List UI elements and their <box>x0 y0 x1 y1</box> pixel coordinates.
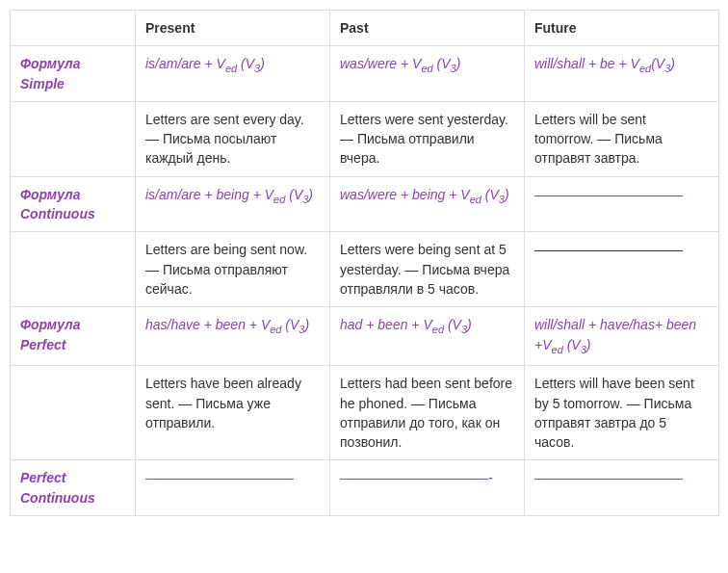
header-empty <box>11 11 136 46</box>
rowlabel-perfect-ex <box>11 366 136 460</box>
row-simple-example: Letters are sent every day. — Письма пос… <box>11 101 719 176</box>
example-continuous-present: Letters are being sent now. — Письма отп… <box>136 232 330 307</box>
rowlabel-simple-ex <box>11 101 136 176</box>
header-row: Present Past Future <box>11 11 719 46</box>
row-continuous-example: Letters are being sent now. — Письма отп… <box>11 232 719 307</box>
row-continuous-formula: Формула Continuous is/am/are + being + V… <box>11 176 719 232</box>
rowlabel-continuous: Формула Continuous <box>11 176 136 232</box>
header-future: Future <box>525 11 719 46</box>
rowlabel-simple: Формула Simple <box>11 46 136 102</box>
row-perfect-continuous: Perfect Continuous ——————————— —————————… <box>11 460 719 516</box>
example-simple-past: Letters were sent yesterday. — Письма от… <box>330 101 525 176</box>
formula-perfect-present: has/have + been + Ved (V3) <box>136 307 330 366</box>
row-perfect-formula: Формула Perfect has/have + been + Ved (V… <box>11 307 719 366</box>
example-perfect-future: Letters will have been sent by 5 tomorro… <box>525 366 719 460</box>
formula-pc-present: ——————————— <box>136 460 330 516</box>
formula-simple-present: is/am/are + Ved (V3) <box>136 46 330 102</box>
formula-continuous-future: ——————————— <box>525 176 719 232</box>
row-perfect-example: Letters have been already sent. — Письма… <box>11 366 719 460</box>
formula-simple-future: will/shall + be + Ved(V3) <box>525 46 719 102</box>
rowlabel-perfect-continuous: Perfect Continuous <box>11 460 136 516</box>
formula-perfect-future: will/shall + have/has+ been +Ved (V3) <box>525 307 719 366</box>
row-simple-formula: Формула Simple is/am/are + Ved (V3) was/… <box>11 46 719 102</box>
example-continuous-past: Letters were being sent at 5 yesterday. … <box>330 232 525 307</box>
example-perfect-present: Letters have been already sent. — Письма… <box>136 366 330 460</box>
example-continuous-future: ——————————— <box>525 232 719 307</box>
rowlabel-perfect: Формула Perfect <box>11 307 136 366</box>
formula-pc-past: ———————————- <box>330 460 525 516</box>
formula-simple-past: was/were + Ved (V3) <box>330 46 525 102</box>
passive-voice-table: Present Past Future Формула Simple is/am… <box>10 10 719 516</box>
example-simple-future: Letters will be sent tomorrow. — Письма … <box>525 101 719 176</box>
header-present: Present <box>136 11 330 46</box>
formula-continuous-present: is/am/are + being + Ved (V3) <box>136 176 330 232</box>
formula-pc-future: ——————————— <box>525 460 719 516</box>
formula-continuous-past: was/were + being + Ved (V3) <box>330 176 525 232</box>
rowlabel-continuous-ex <box>11 232 136 307</box>
example-simple-present: Letters are sent every day. — Письма пос… <box>136 101 330 176</box>
formula-perfect-past: had + been + Ved (V3) <box>330 307 525 366</box>
example-perfect-past: Letters had been sent before he phoned. … <box>330 366 525 460</box>
header-past: Past <box>330 11 525 46</box>
